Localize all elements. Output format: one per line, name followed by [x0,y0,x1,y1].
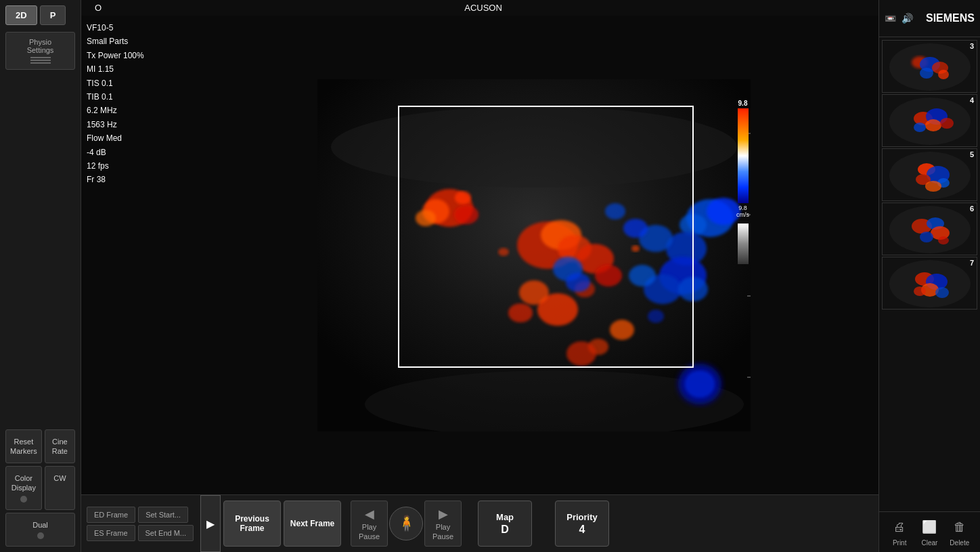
cine-rate-button[interactable]: Cine Rate [45,429,75,464]
clear-button[interactable]: ⬜ Clear [919,517,939,547]
left-panel: 2D P PhysioSettings ResetMarkers Cine Ra… [0,0,81,552]
thumb-num-3: 3 [970,42,974,50]
probe-label: VF10-5 [87,21,184,35]
reset-markers-button[interactable]: ResetMarkers [5,429,42,464]
thumb-img-3 [883,41,977,92]
thumb-num-5: 5 [970,150,974,158]
set-start-button[interactable]: Set Start... [138,507,188,523]
svg-point-19 [566,341,596,366]
frame-controls: ED Frame Set Start... ES Frame Set End M… [87,507,194,541]
right-panel: 📼 🔊 SIEMENS 3 [878,0,980,552]
map-sub-label: D [501,524,509,536]
freq-label: 6.2 MHz [87,104,184,117]
tx-power-label: Tx Power 100% [87,49,184,62]
svg-point-17 [610,320,634,340]
svg-point-14 [519,280,549,305]
scan-header: O ACUSON [81,0,878,16]
play-right-button[interactable]: ▶ Play Pause [424,501,462,547]
color-display-button[interactable]: ColorDisplay [5,466,42,510]
header-center: O [95,3,102,13]
scan-body: VF10-5 Small Parts Tx Power 100% MI 1.15… [81,16,878,494]
svg-point-58 [940,118,954,129]
svg-point-78 [935,287,949,298]
db-label: -4 dB [87,146,184,159]
right-icons: 📼 🔊 [885,13,913,24]
thumbnails-panel: 3 4 [879,37,980,511]
priority-sub-label: 4 [579,524,585,536]
svg-point-37 [685,370,715,398]
svg-point-1 [331,106,737,188]
physio-settings-label: PhysioSettings [27,38,54,54]
ed-frame-button[interactable]: ED Frame [87,507,135,523]
advance-arrow-button[interactable]: ▶ [200,495,221,552]
dual-button[interactable]: Dual [5,513,75,547]
control-grid: ResetMarkers Cine Rate ColorDisplay CW D… [5,429,75,547]
right-actions: 🖨 Print ⬜ Clear 🗑 Delete [879,511,980,552]
thumb-num-4: 4 [970,96,974,104]
svg-point-15 [508,303,533,322]
es-frame-button[interactable]: ES Frame [87,525,135,541]
delete-button[interactable]: 🗑 Delete [950,517,970,547]
print-button[interactable]: 🖨 Print [889,517,910,547]
thumbnail-3[interactable]: 3 [882,40,977,93]
header-system: ACUSON [464,3,502,13]
prev-frame-button[interactable]: PreviousFrame [223,501,281,547]
svg-point-12 [595,265,622,286]
clear-icon: ⬜ [919,517,939,536]
mode-p-button[interactable]: P [40,5,66,25]
center-area: O ACUSON VF10-5 Small Parts Tx Power 100… [81,0,878,552]
play-left-button[interactable]: ◀ Play Pause [351,501,388,547]
pause-left-label: Pause [359,532,380,540]
svg-point-56 [925,119,941,131]
mi-label: MI 1.15 [87,62,184,76]
bottom-controls: ED Frame Set Start... ES Frame Set End M… [81,494,878,552]
mode-label: Small Parts [87,35,184,48]
thumb-img-6 [883,203,977,255]
svg-point-51 [938,70,949,79]
svg-point-7 [454,205,478,224]
fps-label: 12 fps [87,159,184,173]
thumbnail-5[interactable]: 5 [882,148,977,201]
print-label: Print [893,539,907,547]
flow-label: Flow Med [87,131,184,145]
svg-point-28 [605,203,625,219]
play-left-label: Play [362,523,376,531]
svg-point-65 [925,181,941,192]
thumbnail-4[interactable]: 4 [882,94,977,147]
ed-frame-row: ED Frame Set Start... [87,507,194,523]
svg-point-21 [631,245,640,252]
scan-info: VF10-5 Small Parts Tx Power 100% MI 1.15… [81,16,190,494]
right-top-bar: 📼 🔊 SIEMENS [879,0,980,37]
svg-point-71 [920,232,933,242]
svg-point-27 [623,219,648,238]
svg-point-23 [707,198,740,225]
mode-2d-button[interactable]: 2D [5,5,37,25]
next-frame-button[interactable]: Next Frame [284,501,341,547]
thumb-num-6: 6 [970,205,974,213]
print-icon: 🖨 [889,517,910,536]
cw-button[interactable]: CW [45,466,75,510]
physio-lines [12,57,69,64]
mode-buttons: 2D P [5,5,75,25]
thumbnail-6[interactable]: 6 [882,203,977,255]
thumb-num-7: 7 [970,259,974,267]
physio-settings-button[interactable]: PhysioSettings [5,32,75,70]
play-right-label: Play [436,523,450,531]
map-button[interactable]: Map D [478,501,532,547]
priority-button[interactable]: Priority 4 [555,501,609,547]
svg-point-6 [455,191,471,205]
svg-point-5 [416,210,436,226]
svg-point-79 [914,286,926,296]
play-left-icon: ◀ [365,507,374,522]
set-end-button[interactable]: Set End M... [138,525,194,541]
thumbnail-7[interactable]: 7 [882,257,977,310]
svg-point-20 [498,248,509,256]
tib-label: TIB 0.1 [87,90,184,104]
tape-icon: 📼 [885,13,896,24]
map-label: Map [496,512,514,522]
play-center-button[interactable]: 🧍 [389,507,423,540]
tis-label: TIS 0.1 [87,77,184,90]
scan-image: 4 cm 9.8 9.8cm/s [317,79,751,431]
dual-label: Dual [32,521,48,529]
delete-label: Delete [950,539,969,547]
